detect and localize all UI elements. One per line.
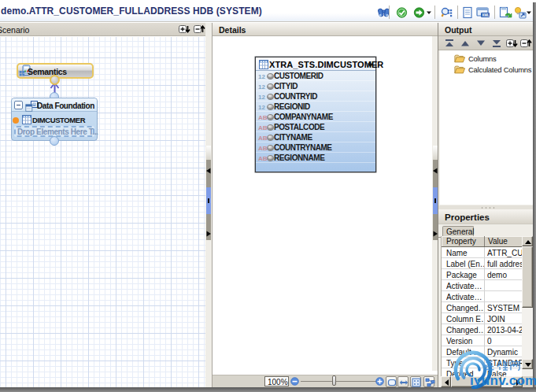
svg-text:XML: XML [482,13,490,17]
